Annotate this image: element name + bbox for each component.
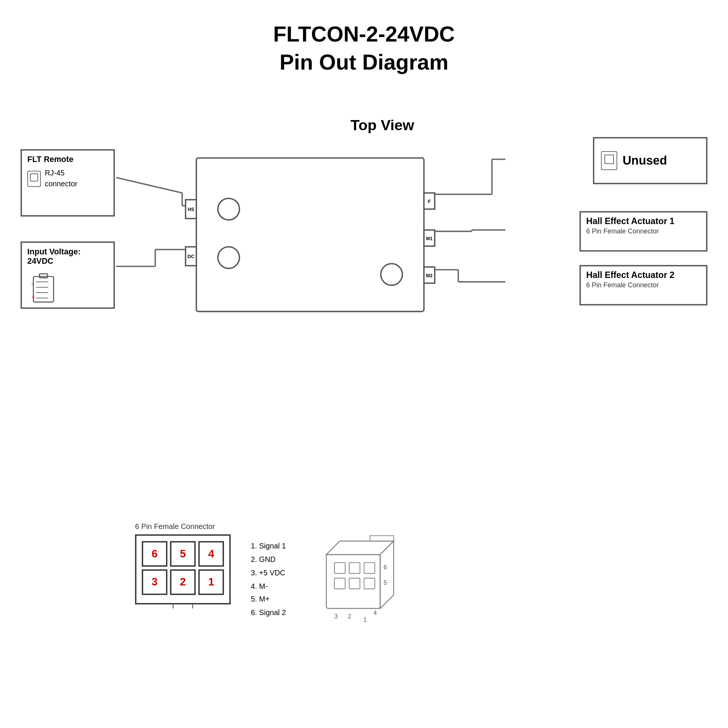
hall2-box: Hall Effect Actuator 2 6 Pin Female Conn…	[580, 265, 707, 306]
pin-3: 3	[142, 569, 167, 595]
legend-4: 4. M-	[251, 580, 286, 593]
title-line1: FLTCON-2-24VDC	[0, 21, 728, 49]
bottom-label: 6 Pin Female Connector	[135, 522, 573, 531]
svg-text:3: 3	[335, 613, 338, 620]
pin-2: 2	[170, 569, 196, 595]
connector-3d: 6 5 3 2 1 4	[306, 535, 414, 629]
pin-1: 1	[198, 569, 224, 595]
svg-marker-26	[370, 536, 393, 541]
svg-marker-24	[326, 541, 393, 555]
legend-2: 2. GND	[251, 553, 286, 567]
dc-connector: DC	[185, 246, 197, 266]
pin-legend: 1. Signal 1 2. GND 3. +5 VDC 4. M- 5. M+…	[251, 535, 286, 620]
flt-remote-subtitle: RJ-45connector	[45, 168, 78, 189]
unused-icon	[601, 151, 617, 170]
svg-rect-32	[364, 578, 375, 589]
svg-text:4: 4	[373, 610, 377, 616]
pin-grid-area: 6 5 4 3 2 1	[135, 535, 573, 629]
svg-text:5: 5	[384, 580, 387, 586]
circle-left-top	[217, 198, 240, 221]
pin-4: 4	[198, 541, 224, 567]
diagram-area: Top View FLT Remote	[0, 90, 728, 629]
f-connector: F	[423, 192, 435, 210]
input-voltage-box: Input Voltage:24VDC - +	[21, 242, 115, 309]
m1-connector: M1	[423, 229, 435, 247]
svg-text:+: +	[31, 294, 35, 301]
legend-5: 5. M+	[251, 593, 286, 607]
svg-text:1: 1	[363, 616, 367, 623]
connector-3d-svg: 6 5 3 2 1 4	[306, 535, 414, 629]
top-view-label: Top View	[350, 117, 414, 135]
hall1-subtitle: 6 Pin Female Connector	[586, 228, 701, 235]
legend-3: 3. +5 VDC	[251, 566, 286, 580]
input-voltage-title: Input Voltage:24VDC	[27, 247, 108, 266]
rj45-icon	[27, 171, 41, 187]
pin-6: 6	[142, 541, 167, 567]
pin-grid: 6 5 4 3 2 1	[135, 535, 231, 604]
svg-text:-: -	[31, 281, 33, 287]
svg-rect-28	[349, 563, 360, 574]
hall1-box: Hall Effect Actuator 1 6 Pin Female Conn…	[580, 211, 707, 252]
svg-rect-27	[335, 563, 345, 574]
hs-connector: HS	[185, 199, 197, 219]
pin-grid-container: 6 5 4 3 2 1	[135, 535, 231, 609]
hall1-title: Hall Effect Actuator 1	[586, 216, 701, 227]
pin-row-bottom: 3 2 1	[142, 569, 224, 595]
svg-marker-25	[380, 541, 393, 609]
title-line2: Pin Out Diagram	[0, 49, 728, 77]
svg-text:6: 6	[384, 564, 387, 570]
title-section: FLTCON-2-24VDC Pin Out Diagram	[0, 0, 728, 77]
m2-connector: M2	[423, 266, 435, 284]
svg-rect-16	[39, 274, 47, 278]
circle-left-bottom	[217, 246, 240, 269]
pin-row-top: 6 5 4	[142, 541, 224, 567]
svg-rect-29	[364, 563, 375, 574]
legend-6: 6. Signal 2	[251, 606, 286, 620]
svg-rect-31	[349, 578, 360, 589]
flt-remote-box: FLT Remote RJ-45connector	[21, 149, 115, 217]
unused-box: Unused	[593, 137, 707, 184]
svg-rect-30	[335, 578, 345, 589]
svg-line-0	[116, 178, 182, 193]
unused-label: Unused	[622, 154, 667, 168]
hall2-subtitle: 6 Pin Female Connector	[586, 281, 701, 289]
hall2-title: Hall Effect Actuator 2	[586, 270, 701, 281]
pin-5: 5	[170, 541, 196, 567]
controller-box: HS DC F M1 M2	[196, 158, 425, 312]
flt-remote-title: FLT Remote	[27, 155, 108, 164]
legend-1: 1. Signal 1	[251, 540, 286, 553]
bottom-section: 6 Pin Female Connector 6 5 4 3	[135, 522, 573, 629]
svg-text:2: 2	[348, 613, 351, 620]
battery-icon: - +	[30, 269, 67, 306]
circle-right-bottom	[380, 263, 403, 286]
